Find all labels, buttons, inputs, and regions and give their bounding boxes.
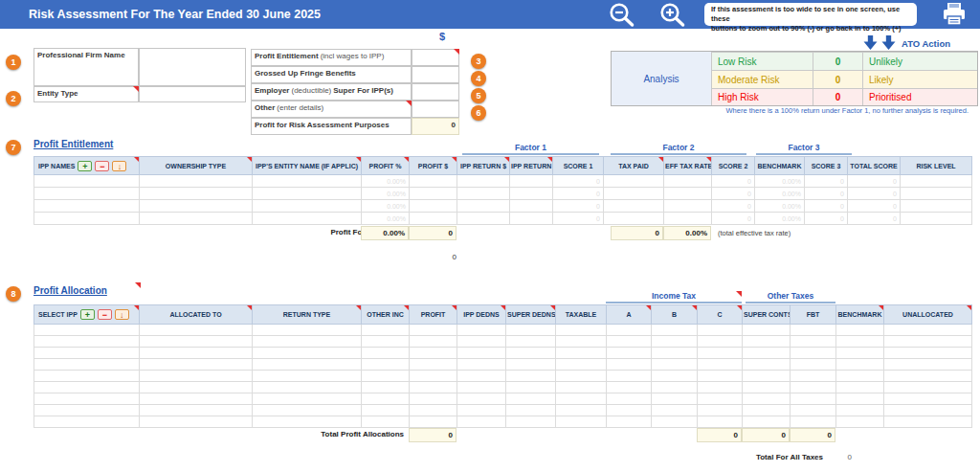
cell[interactable] <box>140 348 253 359</box>
cell[interactable] <box>34 188 140 200</box>
cell <box>884 416 972 428</box>
cell[interactable] <box>140 325 253 336</box>
column-header: UNALLOCATED <box>884 305 972 325</box>
cell[interactable] <box>253 405 362 416</box>
cell[interactable] <box>836 382 884 393</box>
cell[interactable] <box>34 325 140 336</box>
entity-type-input[interactable] <box>139 86 246 102</box>
other-details-input[interactable] <box>412 101 459 118</box>
cell[interactable] <box>34 405 140 416</box>
move-row-button[interactable]: ↓ <box>115 309 129 320</box>
cell[interactable] <box>253 188 362 200</box>
cell[interactable] <box>34 359 140 371</box>
cell <box>556 348 607 359</box>
cell[interactable] <box>34 348 140 359</box>
cell[interactable] <box>140 416 253 428</box>
zoom-out-button[interactable] <box>608 2 636 32</box>
header-row: SELECT IPP + − ↓ ALLOCATED TO RETURN TYP… <box>34 305 972 325</box>
cell[interactable] <box>410 213 457 225</box>
magnifier-plus-icon <box>658 2 687 28</box>
cell[interactable] <box>140 393 253 405</box>
print-button[interactable] <box>939 2 969 31</box>
cell[interactable] <box>253 393 362 405</box>
cell <box>410 382 457 393</box>
cell[interactable] <box>140 213 253 225</box>
cell <box>791 382 836 393</box>
cell[interactable] <box>34 175 140 188</box>
cell[interactable] <box>253 359 362 371</box>
cell[interactable] <box>140 382 253 393</box>
profit-pct-total: 0.00% <box>361 226 409 240</box>
cell[interactable] <box>253 382 362 393</box>
cell <box>698 348 743 359</box>
cell[interactable] <box>410 188 457 200</box>
cell[interactable] <box>836 336 884 348</box>
move-row-button[interactable]: ↓ <box>112 161 126 171</box>
cell <box>604 188 664 200</box>
placeholder-value: 0.00% <box>755 178 804 185</box>
cell[interactable] <box>836 371 884 382</box>
cell <box>743 382 791 393</box>
cell[interactable] <box>253 371 362 382</box>
placeholder-value: 0 <box>553 203 603 210</box>
down-arrow-icon <box>881 35 896 50</box>
cell[interactable] <box>836 359 884 371</box>
cell[interactable] <box>253 416 362 428</box>
low-risk-count: 0 <box>813 52 862 70</box>
remove-row-button[interactable]: − <box>95 161 109 171</box>
cell <box>362 325 410 336</box>
cell[interactable] <box>253 336 362 348</box>
cell[interactable] <box>253 175 362 188</box>
total-for-all-taxes-value: 0 <box>823 453 852 461</box>
cell[interactable] <box>34 416 140 428</box>
cell[interactable] <box>140 359 253 371</box>
column-header: OTHER INC <box>362 305 410 325</box>
cell[interactable] <box>140 405 253 416</box>
cell[interactable] <box>836 393 884 405</box>
cell[interactable] <box>836 405 884 416</box>
placeholder-value: 0 <box>712 178 754 185</box>
cell[interactable] <box>140 188 253 200</box>
cell[interactable] <box>34 393 140 405</box>
cell[interactable] <box>34 371 140 382</box>
cell[interactable] <box>836 325 884 336</box>
cell[interactable] <box>140 371 253 382</box>
dollar-column-header: $ <box>429 31 456 42</box>
cell[interactable] <box>253 325 362 336</box>
cell <box>604 200 664 213</box>
cell[interactable] <box>34 336 140 348</box>
cell[interactable] <box>253 200 362 213</box>
cell[interactable] <box>410 175 457 188</box>
cell[interactable] <box>836 416 884 428</box>
cell[interactable] <box>140 336 253 348</box>
add-row-button[interactable]: + <box>78 161 92 171</box>
fringe-benefits-input[interactable] <box>412 66 459 83</box>
cell[interactable] <box>253 213 362 225</box>
profit-entitlement-input[interactable] <box>412 49 459 66</box>
cell <box>698 405 743 416</box>
remove-row-button[interactable]: − <box>98 309 112 320</box>
cell[interactable] <box>34 200 140 213</box>
cell[interactable] <box>34 213 140 225</box>
cell <box>457 188 510 200</box>
placeholder-value: 0 <box>848 191 900 197</box>
cell[interactable] <box>34 382 140 393</box>
cell[interactable] <box>410 200 457 213</box>
add-row-button[interactable]: + <box>80 309 95 320</box>
cell <box>743 371 791 382</box>
cell[interactable] <box>140 175 253 188</box>
employer-super-input[interactable] <box>412 83 459 101</box>
zoom-in-button[interactable] <box>658 2 687 32</box>
magnifier-minus-icon <box>608 2 636 28</box>
cell <box>556 371 607 382</box>
cell[interactable] <box>836 348 884 359</box>
cell <box>652 325 698 336</box>
step-badge-1: 1 <box>6 55 21 70</box>
cell[interactable] <box>140 200 253 213</box>
placeholder-value: 0.00% <box>362 215 409 222</box>
cell[interactable] <box>253 348 362 359</box>
cell <box>743 336 791 348</box>
comment-marker-icon <box>135 282 141 288</box>
cell: 0.00% <box>362 188 410 200</box>
firm-name-input[interactable] <box>139 48 246 86</box>
